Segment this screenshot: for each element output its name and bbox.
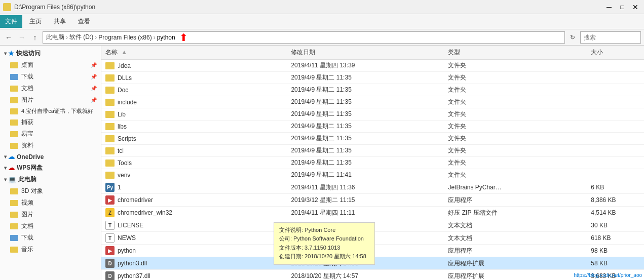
folder-icon	[10, 188, 18, 194]
wps-arrow: ▾	[4, 165, 7, 171]
col-header-name[interactable]: 名称 ▲	[101, 46, 287, 60]
file-name: NEWS	[118, 234, 136, 242]
file-type: 文件夹	[444, 84, 587, 96]
sidebar-item-documents[interactable]: 文档 📌	[0, 83, 101, 94]
file-size	[587, 60, 644, 72]
folder-icon	[10, 143, 18, 149]
file-name: 1	[118, 184, 121, 191]
file-size: 58 KB	[587, 257, 644, 270]
file-name: LICENSE	[118, 222, 143, 229]
table-row[interactable]: DLLs 2019/4/9 星期二 11:35 文件夹	[101, 72, 644, 84]
quickaccess-icon: ★	[8, 50, 14, 57]
file-size: 4,514 KB	[587, 207, 644, 219]
table-row[interactable]: ▶ chromedriver 2019/3/12 星期二 11:15 应用程序 …	[101, 194, 644, 207]
table-row[interactable]: .idea 2019/4/11 星期四 13:39 文件夹	[101, 60, 644, 72]
ribbon-tab-home[interactable]: 主页	[23, 15, 48, 28]
file-row-name: Z chromedriver_win32	[105, 208, 283, 217]
sidebar-quickaccess-header[interactable]: ▾ ★ 快速访问	[0, 48, 101, 59]
sidebar-item-yibao[interactable]: 易宝	[0, 128, 101, 140]
file-size: 618 KB	[587, 232, 644, 245]
ribbon-tab-share[interactable]: 共享	[48, 15, 72, 28]
content-area: 名称 ▲ 修改日期 类型 大小 .idea 2019/4/11 星期四 13:3…	[101, 46, 644, 280]
file-size	[587, 72, 644, 84]
sidebar: ▾ ★ 快速访问 桌面 📌 下载 📌 文档 📌 图片 📌 4.宝付自带ca证书，…	[0, 46, 101, 280]
file-row-name: D python37.dll	[105, 271, 283, 280]
file-size	[587, 96, 644, 108]
file-date: 2019/4/9 星期二 11:35	[287, 96, 444, 108]
file-row-name: include	[105, 99, 283, 106]
table-row[interactable]: Lib 2019/4/9 星期二 11:35 文件夹	[101, 108, 644, 121]
sidebar-item-video[interactable]: 视频	[0, 197, 101, 209]
sidebar-item-label: 4.宝付自带ca证书，下载就好	[21, 107, 93, 115]
breadcrumb-thispc[interactable]: 此电脑	[46, 33, 64, 42]
up-button[interactable]: ↑	[29, 32, 41, 43]
back-button[interactable]: ←	[3, 32, 14, 43]
table-row[interactable]: D python37.dll 2018/10/20 星期六 14:57 应用程序…	[101, 270, 644, 281]
file-name: Scripts	[118, 135, 136, 142]
table-row[interactable]: Tools 2019/4/9 星期二 11:35 文件夹	[101, 157, 644, 169]
sidebar-item-data[interactable]: 资料	[0, 140, 101, 151]
file-row-name: DLLs	[105, 74, 283, 82]
table-row[interactable]: libs 2019/4/9 星期二 11:35 文件夹	[101, 121, 644, 133]
sidebar-item-downloads[interactable]: 下载 📌	[0, 71, 101, 83]
sidebar-item-documents2[interactable]: 文档	[0, 220, 101, 232]
sidebar-item-pictures2[interactable]: 图片	[0, 209, 101, 220]
file-type: 文件夹	[444, 133, 587, 145]
sidebar-item-capture[interactable]: 捕获	[0, 116, 101, 128]
table-row[interactable]: Z chromedriver_win32 2019/4/11 星期四 11:11…	[101, 207, 644, 219]
table-row[interactable]: include 2019/4/9 星期二 11:35 文件夹	[101, 96, 644, 108]
table-row[interactable]: Scripts 2019/4/9 星期二 11:35 文件夹	[101, 133, 644, 145]
sidebar-item-label: 桌面	[21, 61, 33, 69]
sidebar-item-ca[interactable]: 4.宝付自带ca证书，下载就好	[0, 106, 101, 116]
breadcrumb-programfiles[interactable]: Program Files (x86)	[98, 34, 151, 41]
ribbon-tab-view[interactable]: 查看	[72, 15, 96, 28]
sidebar-item-music[interactable]: 音乐	[0, 244, 101, 255]
file-name: include	[118, 99, 137, 106]
ribbon-tab-file[interactable]: 文件	[0, 15, 22, 28]
file-size	[587, 145, 644, 157]
refresh-button[interactable]: ↻	[567, 32, 578, 43]
sidebar-item-3d[interactable]: 3D 对象	[0, 185, 101, 197]
file-date: 2019/3/12 星期二 11:15	[287, 194, 444, 207]
search-input[interactable]	[580, 31, 641, 44]
folder-icon	[105, 99, 115, 106]
folder-icon	[10, 62, 18, 68]
address-path[interactable]: 此电脑 › 软件 (D:) › Program Files (x86) › py…	[43, 31, 565, 44]
file-date: 2019/4/11 星期四 13:39	[287, 60, 444, 72]
table-row[interactable]: venv 2019/4/9 星期二 11:41 文件夹	[101, 169, 644, 181]
table-row[interactable]: Py 1 2019/4/11 星期四 11:36 JetBrains PyCha…	[101, 181, 644, 194]
close-button[interactable]: ✕	[630, 2, 641, 13]
file-row-name: Doc	[105, 87, 283, 94]
minimize-button[interactable]: ─	[603, 2, 615, 13]
forward-button[interactable]: →	[16, 32, 27, 43]
dll-icon: D	[105, 271, 115, 280]
title-bar: D:\Program Files (x86)\python ─ □ ✕	[0, 0, 644, 14]
sidebar-item-pictures[interactable]: 图片 📌	[0, 94, 101, 106]
sidebar-wps-header[interactable]: ▾ ☁ WPS网盘	[0, 162, 101, 174]
col-header-size[interactable]: 大小	[587, 46, 644, 60]
file-size	[587, 169, 644, 181]
table-row[interactable]: tcl 2019/4/9 星期二 11:35 文件夹	[101, 145, 644, 157]
sidebar-thispc-header[interactable]: ▾ 💻 此电脑	[0, 174, 101, 185]
folder-icon	[105, 159, 115, 167]
sidebar-item-desktop[interactable]: 桌面 📌	[0, 59, 101, 71]
sidebar-onedrive-header[interactable]: ▾ ☁ OneDrive	[0, 151, 101, 162]
breadcrumb-python[interactable]: python	[157, 34, 175, 41]
col-header-date[interactable]: 修改日期	[287, 46, 444, 60]
breadcrumb-drive[interactable]: 软件 (D:)	[69, 33, 93, 42]
maximize-button[interactable]: □	[617, 2, 628, 13]
sidebar-item-label: 3D 对象	[21, 187, 43, 195]
watermark: https://blog.csdn.net/prior_aoo	[574, 272, 642, 278]
file-type: 文件夹	[444, 145, 587, 157]
file-row-name: ▶ python	[105, 246, 283, 255]
folder-icon	[10, 212, 18, 218]
sort-arrow: ▲	[121, 49, 127, 56]
file-size: 98 KB	[587, 245, 644, 257]
table-row[interactable]: Doc 2019/4/9 星期二 11:35 文件夹	[101, 84, 644, 96]
file-type: 文件夹	[444, 72, 587, 84]
file-type: 好压 ZIP 压缩文件	[444, 207, 587, 219]
folder-icon	[105, 172, 115, 179]
col-header-type[interactable]: 类型	[444, 46, 587, 60]
sidebar-item-downloads2[interactable]: 下载	[0, 232, 101, 244]
file-size	[587, 84, 644, 96]
